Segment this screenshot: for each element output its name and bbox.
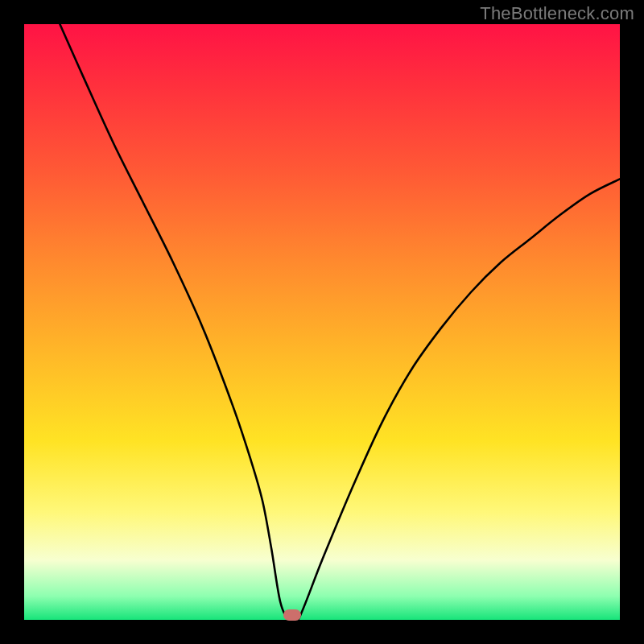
chart-frame: TheBottleneck.com (0, 0, 644, 644)
watermark-text: TheBottleneck.com (480, 3, 634, 24)
line-series (24, 24, 620, 620)
min-marker (283, 609, 301, 621)
plot-area (24, 24, 620, 620)
curve-path (60, 24, 620, 625)
